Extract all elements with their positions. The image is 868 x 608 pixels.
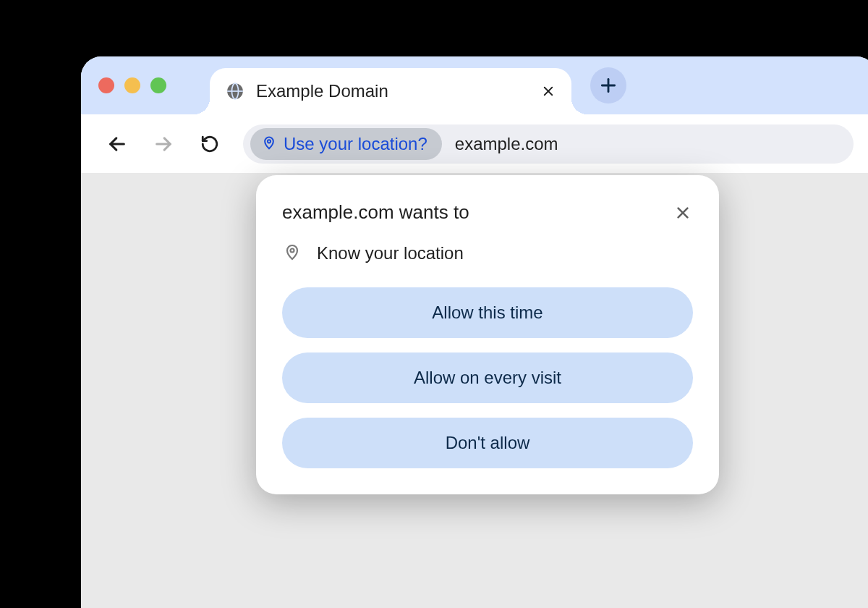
tab-close-button[interactable] [541,84,556,98]
window-maximize-button[interactable] [150,77,166,93]
address-url: example.com [455,134,558,154]
svg-point-13 [291,249,294,253]
reload-button[interactable] [197,131,223,157]
location-pin-icon [284,241,301,266]
allow-this-time-button[interactable]: Allow this time [282,287,693,338]
window-minimize-button[interactable] [124,77,140,93]
tab-strip: Example Domain [81,56,868,114]
back-button[interactable] [104,131,130,157]
permission-chip-label: Use your location? [284,134,427,154]
new-tab-button[interactable] [590,67,626,104]
permission-request-text: Know your location [317,243,464,263]
allow-every-visit-button[interactable]: Allow on every visit [282,352,693,403]
browser-window: Example Domain [81,56,868,608]
popup-title: example.com wants to [282,201,469,224]
forward-button[interactable] [150,131,176,157]
permission-chip[interactable]: Use your location? [250,128,442,160]
permission-popup: example.com wants to Know your location … [256,175,719,494]
popup-close-button[interactable] [673,203,693,223]
window-close-button[interactable] [98,77,114,93]
window-controls [98,77,166,93]
location-pin-icon [262,134,276,154]
svg-point-10 [268,140,271,143]
dont-allow-button[interactable]: Don't allow [282,418,693,468]
toolbar: Use your location? example.com [81,114,868,174]
tab-title: Example Domain [256,81,529,101]
globe-icon [226,82,244,101]
browser-tab[interactable]: Example Domain [210,68,571,114]
address-bar[interactable]: Use your location? example.com [243,124,854,164]
